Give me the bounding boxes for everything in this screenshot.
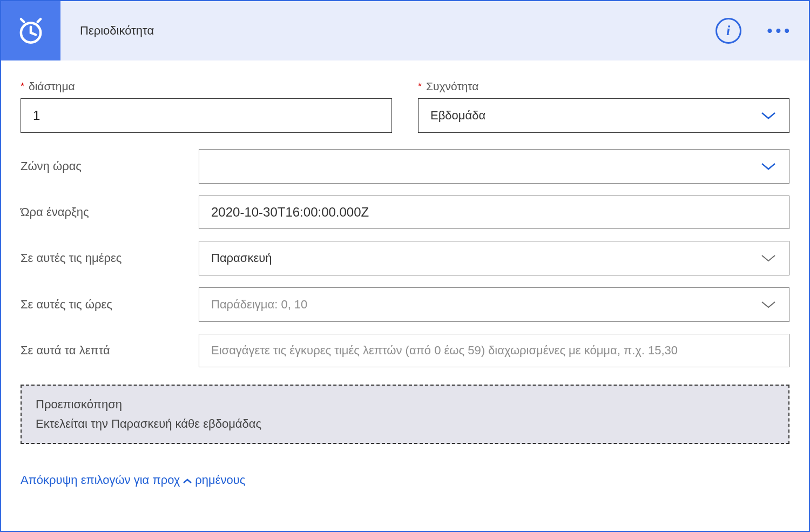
chevron-down-icon xyxy=(760,161,777,171)
required-marker: * xyxy=(418,81,422,92)
info-button[interactable]: i xyxy=(716,18,741,44)
preview-text: Εκτελείται την Παρασκευή κάθε εβδομάδας xyxy=(36,417,774,431)
preview-title: Προεπισκόπηση xyxy=(36,398,774,412)
card-header: Περιοδικότητα i ••• xyxy=(1,1,809,60)
card-title: Περιοδικότητα xyxy=(80,24,716,38)
recurrence-card: Περιοδικότητα i ••• * διάστημα * Συ xyxy=(0,0,810,532)
on-these-days-select[interactable]: Παρασκευή xyxy=(199,241,789,275)
more-options-button[interactable]: ••• xyxy=(767,22,793,39)
at-these-minutes-label: Σε αυτά τα λεπτά xyxy=(21,344,193,358)
on-these-days-label: Σε αυτές τις ημέρες xyxy=(21,251,193,265)
interval-field: * διάστημα xyxy=(21,80,392,133)
start-time-label: Ώρα έναρξης xyxy=(21,205,193,219)
recurrence-icon xyxy=(1,1,60,60)
at-these-minutes-row: Σε αυτά τα λεπτά xyxy=(21,334,789,367)
at-these-minutes-input[interactable] xyxy=(199,334,789,367)
start-time-row: Ώρα έναρξης xyxy=(21,196,789,229)
info-icon: i xyxy=(726,23,730,39)
timezone-row: Ζώνη ώρας xyxy=(21,149,789,184)
chevron-up-icon xyxy=(182,478,193,484)
interval-label-text: διάστημα xyxy=(29,80,75,93)
card-body: * διάστημα * Συχνότητα Εβδομάδα Ζώνη ώρα… xyxy=(1,60,809,531)
frequency-label-text: Συχνότητα xyxy=(426,80,478,93)
chevron-down-icon xyxy=(760,111,777,120)
timezone-label: Ζώνη ώρας xyxy=(21,159,193,173)
preview-box: Προεπισκόπηση Εκτελείται την Παρασκευή κ… xyxy=(21,385,789,444)
chevron-down-icon xyxy=(760,253,777,263)
header-actions: i ••• xyxy=(716,18,793,44)
on-these-days-row: Σε αυτές τις ημέρες Παρασκευή xyxy=(21,241,789,275)
frequency-select[interactable]: Εβδομάδα xyxy=(418,98,789,133)
at-these-hours-label: Σε αυτές τις ώρες xyxy=(21,298,193,312)
at-these-hours-select[interactable]: Παράδειγμα: 0, 10 xyxy=(199,287,789,322)
at-these-hours-row: Σε αυτές τις ώρες Παράδειγμα: 0, 10 xyxy=(21,287,789,322)
interval-input[interactable] xyxy=(21,98,392,133)
hide-link-before: Απόκρυψη επιλογών για προχ xyxy=(21,473,180,487)
start-time-input[interactable] xyxy=(199,196,789,229)
interval-label: * διάστημα xyxy=(21,80,392,93)
chevron-down-icon xyxy=(760,300,777,309)
top-row: * διάστημα * Συχνότητα Εβδομάδα xyxy=(21,80,789,133)
frequency-label: * Συχνότητα xyxy=(418,80,789,93)
at-these-hours-placeholder: Παράδειγμα: 0, 10 xyxy=(211,298,760,312)
required-marker: * xyxy=(21,81,24,92)
hide-advanced-options-link[interactable]: Απόκρυψη επιλογών για προχρημένους xyxy=(21,473,789,487)
timezone-select[interactable] xyxy=(199,149,789,184)
on-these-days-value: Παρασκευή xyxy=(211,251,760,265)
frequency-select-value: Εβδομάδα xyxy=(430,109,760,123)
ellipsis-icon: ••• xyxy=(767,22,793,39)
frequency-field: * Συχνότητα Εβδομάδα xyxy=(418,80,789,133)
hide-link-after: ρημένους xyxy=(195,473,245,487)
